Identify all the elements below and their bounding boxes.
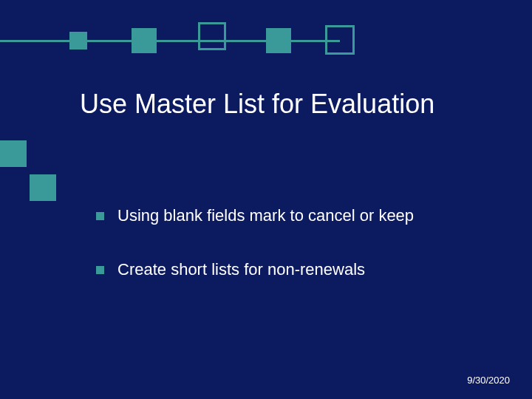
slide-title: Use Master List for Evaluation	[80, 89, 434, 120]
bullet-square-icon	[96, 266, 104, 274]
decorative-left-squares	[0, 140, 59, 222]
square-icon	[132, 28, 157, 53]
list-item: Using blank fields mark to cancel or kee…	[96, 205, 495, 227]
bullet-list: Using blank fields mark to cancel or kee…	[96, 205, 495, 313]
square-outline-icon	[325, 25, 355, 55]
bullet-square-icon	[96, 212, 104, 220]
decorative-top-squares	[0, 0, 532, 74]
square-icon	[30, 174, 56, 201]
bullet-text: Using blank fields mark to cancel or kee…	[117, 205, 414, 227]
square-icon	[266, 28, 291, 53]
square-icon	[0, 140, 27, 167]
footer-date: 9/30/2020	[467, 375, 510, 386]
square-outline-icon	[198, 22, 226, 50]
bullet-text: Create short lists for non-renewals	[117, 259, 365, 281]
list-item: Create short lists for non-renewals	[96, 259, 495, 281]
square-icon	[69, 32, 87, 50]
